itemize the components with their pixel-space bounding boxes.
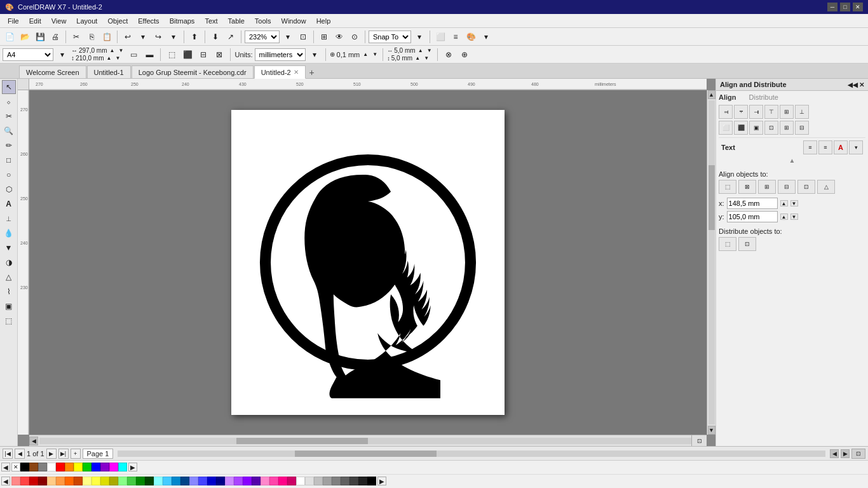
dist-to-selection-btn[interactable]: ⬚ [719, 237, 736, 251]
panel-close-btn[interactable]: ✕ [859, 81, 864, 88]
swatch-p1[interactable] [225, 477, 234, 485]
swatch-b1[interactable] [189, 477, 198, 485]
ellipse-tool-button[interactable]: ○ [2, 168, 16, 182]
page-last-btn[interactable]: ▶| [58, 449, 69, 459]
swatch-white2[interactable] [296, 477, 305, 485]
menu-layout[interactable]: Layout [71, 16, 102, 26]
swatch-y1[interactable] [83, 477, 92, 485]
tab-logo-grup[interactable]: Logo Grup Steemit - Kecebong.cdr [132, 65, 254, 78]
zoom-dropdown[interactable]: ▾ [281, 30, 295, 44]
y-coord-input[interactable] [727, 211, 778, 222]
align-to-first-btn[interactable]: △ [817, 180, 835, 194]
menu-tools[interactable]: Tools [250, 16, 276, 26]
color-swatch-magenta[interactable] [109, 463, 118, 471]
swatch-dgray3[interactable] [358, 477, 367, 485]
align-top-edge-btn[interactable]: ⊤ [764, 105, 778, 119]
palette2-scroll-right[interactable]: ▶ [377, 477, 386, 485]
width-down[interactable]: ▼ [117, 48, 125, 54]
align-to-page-btn[interactable]: ⬚ [719, 180, 736, 194]
units-select[interactable]: millimeters [255, 48, 306, 61]
redo-button[interactable]: ↪ [151, 30, 165, 44]
black-swatch[interactable] [20, 463, 29, 471]
page-scroll-track[interactable] [118, 451, 825, 457]
color-swatch-cyan[interactable] [118, 463, 127, 471]
swatch-g4[interactable] [145, 477, 154, 485]
undo-button[interactable]: ↩ [121, 30, 135, 44]
dist-to-page-btn[interactable]: ⊡ [738, 237, 756, 251]
swatch-r1[interactable] [11, 477, 20, 485]
title-controls[interactable]: ─ □ ✕ [827, 3, 863, 11]
align-btn-extra3[interactable]: ▣ [749, 121, 763, 135]
swatch-p2[interactable] [234, 477, 243, 485]
page-label[interactable]: Page 1 [83, 449, 114, 459]
menu-view[interactable]: View [46, 16, 72, 26]
color-swatch-purple[interactable] [100, 463, 109, 471]
text-align-center-btn[interactable]: ≡ [818, 140, 832, 154]
swatch-p4[interactable] [252, 477, 261, 485]
color-swatch-green[interactable] [83, 463, 92, 471]
page-btn2[interactable]: ⬛ [180, 48, 194, 62]
zoom-fit[interactable]: ⊡ [296, 30, 310, 44]
color-swatch-white[interactable] [47, 463, 56, 471]
vertical-scrollbar[interactable]: ▲ ▼ [707, 90, 715, 435]
swatch-r2[interactable] [20, 477, 29, 485]
zoom-select[interactable]: 232% [245, 30, 280, 43]
options-dropdown[interactable]: ▾ [479, 30, 493, 44]
x-coord-down[interactable]: ▼ [790, 200, 798, 207]
options-btn3[interactable]: 🎨 [464, 30, 478, 44]
panel-controls[interactable]: ◀◀ ✕ [848, 81, 864, 88]
save-button[interactable]: 💾 [33, 30, 47, 44]
swatch-o4[interactable] [74, 477, 83, 485]
snap-select[interactable]: Snap To [369, 30, 411, 43]
crop-tool-button[interactable]: ✂ [2, 109, 16, 123]
paper-dropdown[interactable]: ▾ [55, 48, 69, 62]
swatch-o3[interactable] [65, 477, 74, 485]
text-align-right-btn[interactable]: A [834, 140, 848, 154]
align-bottom-edge-btn[interactable]: ⊥ [795, 105, 809, 119]
swatch-mgray[interactable] [332, 477, 341, 485]
xsize-down[interactable]: ▼ [426, 48, 433, 54]
horizontal-scrollbar[interactable]: ◀ ▶ [29, 435, 707, 446]
menu-file[interactable]: File [3, 16, 24, 26]
ysize-up[interactable]: ▲ [414, 55, 421, 62]
tab-add-button[interactable]: + [306, 67, 318, 78]
y-coord-down[interactable]: ▼ [790, 214, 798, 220]
scroll-h-track[interactable] [39, 438, 696, 444]
x-coord-input[interactable] [727, 198, 778, 209]
zoom-level-btn[interactable]: ⊡ [851, 449, 865, 459]
shadow-button[interactable]: ▣ [2, 299, 16, 313]
align-btn-extra1[interactable]: ⬜ [719, 121, 733, 135]
page-btn3[interactable]: ⊟ [196, 48, 210, 62]
menu-text[interactable]: Text [200, 16, 222, 26]
freehand-tool-button[interactable]: ✏ [2, 139, 16, 152]
align-right-edge-btn[interactable]: ⫣ [749, 105, 763, 119]
swatch-c4[interactable] [180, 477, 189, 485]
menu-edit[interactable]: Edit [24, 16, 46, 26]
align-center-horiz-btn[interactable]: ⫧ [734, 105, 748, 119]
swatch-dgray1[interactable] [341, 477, 349, 485]
text-align-left-btn[interactable]: ≡ [803, 140, 817, 154]
view-btn3[interactable]: ⊙ [348, 30, 362, 44]
swatch-g3[interactable] [136, 477, 145, 485]
menu-effects[interactable]: Effects [133, 16, 164, 26]
color-swatch-gray[interactable] [38, 463, 47, 471]
rectangle-tool-button[interactable]: □ [2, 153, 16, 167]
eyedropper-button[interactable]: 💧 [2, 226, 16, 240]
page-first-btn[interactable]: |◀ [3, 449, 13, 459]
palette-scroll-left[interactable]: ◀ [1, 463, 10, 471]
swatch-r3[interactable] [29, 477, 38, 485]
view-btn2[interactable]: 👁 [332, 30, 346, 44]
swatch-g1[interactable] [118, 477, 127, 485]
blend-tool-button[interactable]: ◑ [2, 255, 16, 269]
cut-button[interactable]: ✂ [69, 30, 83, 44]
align-btn-extra6[interactable]: ⊟ [795, 121, 809, 135]
height-down[interactable]: ▼ [114, 55, 121, 62]
node-tool-button[interactable]: ⬦ [2, 95, 16, 109]
color-swatch-brown[interactable] [29, 463, 38, 471]
swatch-b3[interactable] [207, 477, 216, 485]
page-scroll-thumb[interactable] [295, 451, 437, 457]
color-swatch-red[interactable] [56, 463, 65, 471]
palette2-scroll-left[interactable]: ◀ [1, 477, 10, 485]
distribute-tab-label[interactable]: Distribute [749, 93, 778, 101]
align-to-active-btn[interactable]: ⊞ [758, 180, 776, 194]
